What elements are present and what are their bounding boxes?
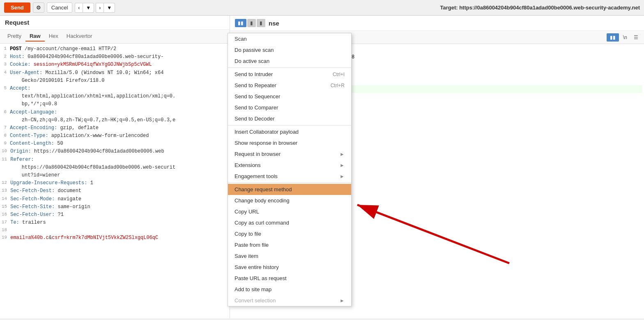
nav-forward-dropdown[interactable]: ▼: [104, 3, 115, 13]
settings-button[interactable]: ⚙: [33, 2, 44, 13]
request-code-area[interactable]: 1 POST /my-account/change-email HTTP/2 2…: [0, 44, 230, 318]
menu-item-change-body-encoding-label: Change body encoding: [235, 197, 290, 204]
menu-item-send-sequencer[interactable]: Send to Sequencer: [228, 91, 351, 102]
menu-item-change-body-encoding[interactable]: Change body encoding: [228, 195, 351, 206]
code-line-8: 8 Content-Type: application/x-www-form-u…: [0, 132, 230, 140]
menu-item-scan[interactable]: Scan: [228, 33, 351, 44]
menu-item-insert-collaborator[interactable]: Insert Collaborator payload: [228, 126, 351, 137]
code-line-13: 13 Sec-Fetch-Dest: document: [0, 187, 230, 195]
code-line-9: 9 Content-Length: 50: [0, 140, 230, 148]
menu-item-send-comparer-label: Send to Comparer: [235, 104, 278, 111]
menu-item-copy-url[interactable]: Copy URL: [228, 206, 351, 217]
code-line-7: 7 Accept-Encoding: gzip, deflate: [0, 124, 230, 132]
menu-item-paste-url-request[interactable]: Paste URL as request: [228, 273, 351, 284]
nav-back-dropdown[interactable]: ▼: [83, 3, 94, 13]
separator-1: [228, 67, 351, 68]
menu-item-save-item[interactable]: Save item: [228, 250, 351, 262]
request-tab-bar: Pretty Raw Hex Hackvertor: [0, 30, 230, 44]
menu-item-send-repeater-shortcut: Ctrl+R: [331, 83, 345, 88]
cancel-button[interactable]: Cancel: [47, 2, 72, 13]
menu-item-add-site-map-label: Add to site map: [235, 286, 271, 292]
menu-item-scan-label: Scan: [235, 36, 247, 42]
code-line-17: 17 Te: trailers: [0, 219, 230, 227]
menu-item-show-response-browser-label: Show response in browser: [235, 140, 297, 146]
menu-item-change-request-method[interactable]: Change request method: [228, 184, 351, 195]
target-url: Target: https://0a86004204b904cf80a1adad…: [440, 5, 640, 11]
response-only-button[interactable]: ▮: [257, 19, 265, 27]
menu-item-send-intruder[interactable]: Send to Intruder Ctrl+I: [228, 69, 351, 80]
context-menu: Scan Do passive scan Do active scan Send…: [228, 33, 352, 306]
code-line-6: 6 Accept-Language:: [0, 109, 230, 116]
code-line-6b: zh-CN,zh;q=0.8,zh-TW;q=0.7,zh-HK;q=0.5,e…: [0, 116, 230, 124]
menu-item-change-request-method-label: Change request method: [235, 186, 292, 192]
code-line-2: 2 Host: 0a86004204b904cf80a1adad00be0006…: [0, 53, 230, 61]
code-line-4: 4 User-Agent: Mozilla/5.0 (Windows NT 10…: [0, 69, 230, 77]
separator-2: [228, 125, 351, 125]
request-panel-title: Request: [0, 16, 230, 30]
nav-back-forward: ‹ ▼ › ▼: [75, 3, 115, 13]
menu-item-send-intruder-label: Send to Intruder: [235, 71, 273, 77]
code-line-10: 10 Origin: https://0a86004204b904cf80a1a…: [0, 148, 230, 155]
code-line-3: 3 Cookie: session=ykMSRmUP64iqfWxYgGOJNW…: [0, 61, 230, 69]
menu-item-save-history[interactable]: Save entire history: [228, 262, 351, 273]
code-line-4b: Gecko/20100101 Firefox/118.0: [0, 77, 230, 85]
separator-3: [228, 183, 351, 183]
menu-item-add-site-map[interactable]: Add to site map: [228, 284, 351, 295]
menu-item-request-in-browser[interactable]: Request in browser ►: [228, 148, 351, 160]
menu-item-send-decoder-label: Send to Decoder: [235, 116, 275, 122]
menu-item-show-response-browser[interactable]: Show response in browser: [228, 137, 351, 148]
line-num: 1: [2, 45, 10, 53]
menu-item-request-in-browser-label: Request in browser: [235, 151, 281, 157]
menu-item-copy-url-label: Copy URL: [235, 209, 259, 215]
split-view-button[interactable]: ▮▮: [235, 19, 246, 27]
menu-item-send-decoder[interactable]: Send to Decoder: [228, 113, 351, 124]
menu-item-convert-selection-arrow: ►: [340, 298, 345, 304]
request-only-button[interactable]: ▮: [247, 19, 256, 27]
menu-item-active-scan[interactable]: Do active scan: [228, 56, 351, 67]
code-line-11c: unt?id=wiener: [0, 172, 230, 179]
menu-item-engagement-tools-label: Engagement tools: [235, 173, 278, 179]
code-line-5: 5 Accept:: [0, 85, 230, 93]
menu-item-extensions[interactable]: Extensions ►: [228, 160, 351, 171]
tab-hackvertor[interactable]: Hackvertor: [62, 31, 97, 42]
menu-item-engagement-tools-arrow: ►: [340, 174, 345, 179]
view-buttons: ▮▮ ▮ ▮: [235, 19, 265, 27]
menu-item-send-repeater[interactable]: Send to Repeater Ctrl+R: [228, 80, 351, 91]
menu-item-copy-to-file[interactable]: Copy to file: [228, 228, 351, 239]
response-panel-header: ▮▮ ▮ ▮ nse: [230, 16, 644, 31]
tab-hex[interactable]: Hex: [45, 31, 62, 42]
menu-item-send-intruder-shortcut: Ctrl+I: [333, 72, 345, 77]
resp-menu-icon: ☰: [631, 34, 641, 41]
menu-item-engagement-tools[interactable]: Engagement tools ►: [228, 171, 351, 182]
resp-ln-label: \n: [621, 34, 630, 41]
menu-item-active-scan-label: Do active scan: [235, 58, 269, 64]
menu-item-copy-curl[interactable]: Copy as curl command: [228, 217, 351, 228]
code-line-18: 18: [0, 227, 230, 234]
code-line-5b: text/html,application/xhtml+xml,applicat…: [0, 93, 230, 100]
code-line-14: 14 Sec-Fetch-Mode: navigate: [0, 195, 230, 203]
menu-item-paste-url-request-label: Paste URL as request: [235, 275, 287, 281]
code-line-16: 16 Sec-Fetch-User: ?1: [0, 211, 230, 219]
resp-view-btn-1[interactable]: ▮▮: [607, 33, 619, 42]
menu-item-paste-from-file[interactable]: Paste from file: [228, 239, 351, 250]
menu-item-extensions-arrow: ►: [340, 162, 345, 168]
response-panel-title: nse: [269, 20, 279, 27]
menu-item-save-history-label: Save entire history: [235, 264, 279, 270]
menu-item-convert-selection: Convert selection ►: [228, 295, 351, 306]
nav-forward-button[interactable]: ›: [96, 3, 104, 13]
resp-toolbar: ▮▮ \n ☰: [607, 33, 641, 42]
menu-item-send-comparer[interactable]: Send to Comparer: [228, 102, 351, 113]
menu-item-passive-scan[interactable]: Do passive scan: [228, 44, 351, 56]
send-button[interactable]: Send: [4, 2, 30, 13]
menu-item-send-sequencer-label: Send to Sequencer: [235, 93, 280, 100]
request-panel: Request Pretty Raw Hex Hackvertor 1 POST…: [0, 16, 230, 318]
nav-back-button[interactable]: ‹: [75, 3, 83, 13]
menu-item-insert-collaborator-label: Insert Collaborator payload: [235, 129, 299, 135]
tab-pretty[interactable]: Pretty: [3, 31, 25, 42]
menu-item-copy-curl-label: Copy as curl command: [235, 220, 289, 226]
menu-item-copy-to-file-label: Copy to file: [235, 231, 261, 237]
main-area: Request Pretty Raw Hex Hackvertor 1 POST…: [0, 16, 644, 318]
tab-raw[interactable]: Raw: [25, 31, 45, 42]
menu-item-extensions-label: Extensions: [235, 162, 261, 168]
menu-item-paste-from-file-label: Paste from file: [235, 242, 269, 248]
